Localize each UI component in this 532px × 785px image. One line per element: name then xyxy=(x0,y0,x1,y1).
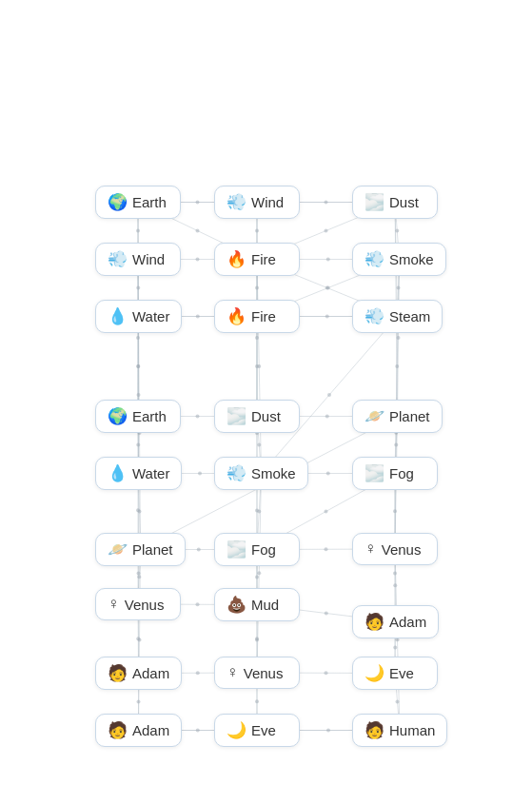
node-emoji: 🧑 xyxy=(365,720,384,740)
node-water-n13[interactable]: 💧Water xyxy=(95,457,182,490)
node-label: Water xyxy=(132,308,169,324)
node-eve-n26[interactable]: 🌙Eve xyxy=(214,714,300,747)
node-venus-n18[interactable]: ♀️Venus xyxy=(352,533,438,565)
node-emoji: 💩 xyxy=(227,595,246,615)
node-emoji: 🔥 xyxy=(227,249,246,269)
node-eve-n24[interactable]: 🌙Eve xyxy=(352,657,438,690)
node-emoji: 🌙 xyxy=(365,663,384,683)
node-label: Venus xyxy=(382,541,422,558)
node-fog-n17[interactable]: 🌫️Fog xyxy=(214,533,300,566)
node-label: Fog xyxy=(389,465,414,481)
node-earth-n1[interactable]: 🌍Earth xyxy=(95,186,181,219)
node-label: Wind xyxy=(132,251,165,267)
node-label: Adam xyxy=(132,665,169,681)
node-label: Human xyxy=(389,722,435,738)
node-emoji: 💧 xyxy=(108,463,128,483)
node-label: Planet xyxy=(132,541,173,558)
node-emoji: 🌍 xyxy=(108,406,128,426)
node-venus-n23[interactable]: ♀️Venus xyxy=(214,657,300,689)
node-emoji: 💨 xyxy=(365,306,384,326)
node-emoji: 🌫️ xyxy=(365,463,384,483)
node-emoji: 🧑 xyxy=(108,663,128,683)
node-emoji: 🔥 xyxy=(227,306,246,326)
node-label: Dust xyxy=(389,194,419,210)
node-label: Eve xyxy=(251,722,276,738)
node-label: Fire xyxy=(251,251,276,267)
node-planet-n16[interactable]: 🪐Planet xyxy=(95,533,186,566)
node-adam-n25[interactable]: 🧑Adam xyxy=(95,714,182,747)
node-label: Water xyxy=(132,465,169,481)
node-label: Adam xyxy=(132,722,169,738)
node-smoke-n6[interactable]: 💨Smoke xyxy=(352,243,446,276)
node-human-n27[interactable]: 🧑Human xyxy=(352,714,447,747)
node-emoji: 🌫️ xyxy=(227,406,246,426)
node-smoke-n14[interactable]: 💨Smoke xyxy=(214,457,308,490)
node-label: Eve xyxy=(389,665,414,681)
node-emoji: 🧑 xyxy=(108,720,128,740)
node-wind-n2[interactable]: 💨Wind xyxy=(214,186,300,219)
node-label: Smoke xyxy=(251,465,296,481)
node-emoji: ♀️ xyxy=(227,663,239,682)
node-earth-n10[interactable]: 🌍Earth xyxy=(95,400,181,433)
node-mud-n20[interactable]: 💩Mud xyxy=(214,588,300,621)
node-emoji: 💨 xyxy=(227,463,246,483)
node-label: Fog xyxy=(251,541,276,558)
node-label: Mud xyxy=(251,597,279,613)
node-emoji: 🪐 xyxy=(365,406,384,426)
node-emoji: ♀️ xyxy=(108,595,120,614)
node-venus-n19[interactable]: ♀️Venus xyxy=(95,588,181,620)
node-emoji: ♀️ xyxy=(365,540,377,559)
node-emoji: 💧 xyxy=(108,306,128,326)
node-wind-n4[interactable]: 💨Wind xyxy=(95,243,181,276)
node-label: Earth xyxy=(132,194,167,210)
node-water-n7[interactable]: 💧Water xyxy=(95,300,182,333)
node-emoji: 💨 xyxy=(108,249,128,269)
node-label: Steam xyxy=(389,308,430,324)
node-label: Adam xyxy=(389,614,426,630)
node-emoji: 🌙 xyxy=(227,720,246,740)
node-label: Planet xyxy=(389,408,430,424)
node-emoji: 🌫️ xyxy=(365,192,384,212)
node-dust-n11[interactable]: 🌫️Dust xyxy=(214,400,300,433)
node-steam-n9[interactable]: 💨Steam xyxy=(352,300,443,333)
node-label: Earth xyxy=(132,408,167,424)
node-emoji: 🌍 xyxy=(108,192,128,212)
node-emoji: 🧑 xyxy=(365,612,384,632)
node-adam-n22[interactable]: 🧑Adam xyxy=(95,657,182,690)
node-fire-n5[interactable]: 🔥Fire xyxy=(214,243,300,276)
node-emoji: 💨 xyxy=(365,249,384,269)
node-emoji: 🪐 xyxy=(108,540,128,559)
node-planet-n12[interactable]: 🪐Planet xyxy=(352,400,443,433)
node-label: Venus xyxy=(244,665,284,681)
node-label: Fire xyxy=(251,308,276,324)
node-fire-n8[interactable]: 🔥Fire xyxy=(214,300,300,333)
node-emoji: 🌫️ xyxy=(227,540,246,559)
node-adam-n21[interactable]: 🧑Adam xyxy=(352,605,439,638)
node-label: Smoke xyxy=(389,251,434,267)
node-dust-n3[interactable]: 🌫️Dust xyxy=(352,186,438,219)
node-fog-n15[interactable]: 🌫️Fog xyxy=(352,457,438,490)
nodes-layer: 🌍Earth💨Wind🌫️Dust💨Wind🔥Fire💨Smoke💧Water🔥… xyxy=(0,0,532,785)
node-label: Wind xyxy=(251,194,284,210)
node-label: Dust xyxy=(251,408,281,424)
node-label: Venus xyxy=(125,597,165,613)
node-emoji: 💨 xyxy=(227,192,246,212)
